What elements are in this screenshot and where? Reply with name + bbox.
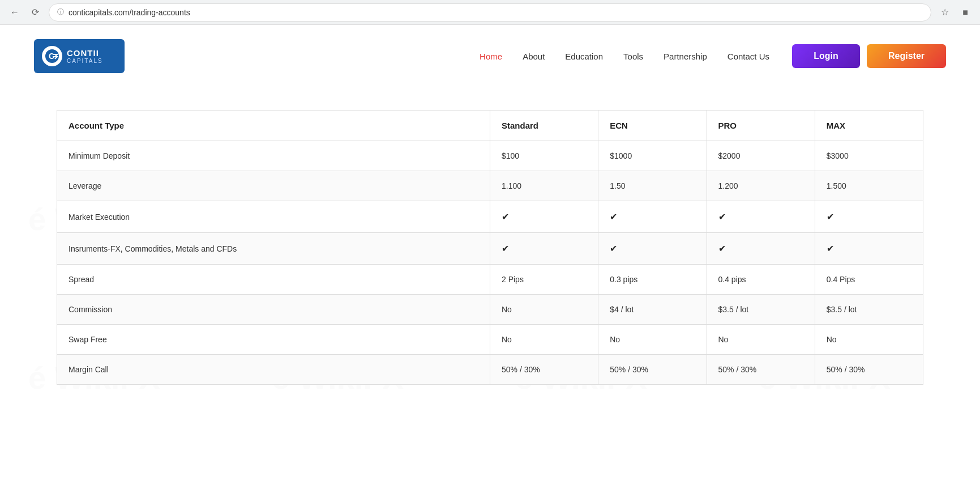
logo-text: CONTII CAPITALS [67, 48, 103, 64]
row-value: 50% / 30% [598, 355, 707, 385]
row-value: 50% / 30% [490, 355, 598, 385]
row-value: 1.100 [490, 171, 598, 201]
row-value: No [707, 325, 815, 355]
nav-item-home[interactable]: Home [480, 52, 502, 61]
row-label: Swap Free [57, 325, 490, 355]
row-value: $4 / lot [598, 295, 707, 325]
row-value: ✔ [707, 233, 815, 265]
account-table: Account Type Standard ECN PRO MAX Minimu… [57, 110, 923, 385]
col-header-standard: Standard [490, 111, 598, 141]
nav-item-tools[interactable]: Tools [623, 52, 643, 61]
logo-icon: C [42, 46, 62, 66]
table-row: CommissionNo$4 / lot$3.5 / lot$3.5 / lot [57, 295, 923, 325]
nav-item-education[interactable]: Education [565, 52, 603, 61]
col-header-account-type: Account Type [57, 111, 490, 141]
register-button[interactable]: Register [867, 44, 946, 68]
logo-brand-name: CONTII [67, 48, 103, 58]
row-label: Market Execution [57, 201, 490, 233]
col-header-pro: PRO [707, 111, 815, 141]
row-value: 2 Pips [490, 265, 598, 295]
nav-buttons: Login Register [792, 44, 946, 68]
row-value: ✔ [815, 233, 923, 265]
row-value: 1.200 [707, 171, 815, 201]
browser-chrome: ← ⟳ ⓘ conticapitals.com/trading-accounts… [0, 0, 980, 25]
back-button[interactable]: ← [7, 5, 23, 20]
logo-brand-sub: CAPITALS [67, 58, 103, 64]
row-value: ✔ [815, 201, 923, 233]
nav-link-home[interactable]: Home [480, 52, 502, 61]
row-value: $100 [490, 141, 598, 171]
logo-wrapper: C CONTII CAPITALS [34, 39, 125, 73]
bookmark-button[interactable]: ☆ [937, 5, 953, 20]
site-info-icon: ⓘ [57, 7, 64, 17]
row-value: $2000 [707, 141, 815, 171]
nav-link-contact[interactable]: Contact Us [727, 52, 769, 61]
checkmark-icon: ✔ [502, 244, 509, 253]
nav-link-tools[interactable]: Tools [623, 52, 643, 61]
row-label: Spread [57, 265, 490, 295]
row-value: 50% / 30% [707, 355, 815, 385]
address-bar[interactable]: ⓘ conticapitals.com/trading-accounts [49, 3, 931, 22]
row-value: ✔ [490, 201, 598, 233]
row-label: Margin Call [57, 355, 490, 385]
navbar: C CONTII CAPITALS Home About Education [0, 25, 980, 87]
row-value: 0.4 pips [707, 265, 815, 295]
logo[interactable]: C CONTII CAPITALS [34, 39, 125, 73]
checkmark-icon: ✔ [827, 212, 834, 222]
row-value: $3.5 / lot [815, 295, 923, 325]
table-header-row: Account Type Standard ECN PRO MAX [57, 111, 923, 141]
checkmark-icon: ✔ [718, 212, 726, 222]
row-label: Leverage [57, 171, 490, 201]
row-value: ✔ [490, 233, 598, 265]
table-row: Insruments-FX, Commodities, Metals and C… [57, 233, 923, 265]
checkmark-icon: ✔ [502, 212, 509, 222]
row-label: Minimum Deposit [57, 141, 490, 171]
table-row: Spread2 Pips0.3 pips0.4 pips0.4 Pips [57, 265, 923, 295]
main-content: Account Type Standard ECN PRO MAX Minimu… [0, 87, 980, 419]
nav-item-contact[interactable]: Contact Us [727, 52, 769, 61]
row-value: No [598, 325, 707, 355]
row-label: Insruments-FX, Commodities, Metals and C… [57, 233, 490, 265]
browser-nav-controls: ← ⟳ [7, 5, 43, 20]
checkmark-icon: ✔ [610, 212, 617, 222]
reload-button[interactable]: ⟳ [27, 5, 43, 20]
checkmark-icon: ✔ [718, 244, 726, 253]
table-row: Market Execution✔✔✔✔ [57, 201, 923, 233]
row-value: No [815, 325, 923, 355]
row-value: 1.50 [598, 171, 707, 201]
table-row: Minimum Deposit$100$1000$2000$3000 [57, 141, 923, 171]
row-value: ✔ [707, 201, 815, 233]
nav-link-partnership[interactable]: Partnership [664, 52, 707, 61]
row-value: $3.5 / lot [707, 295, 815, 325]
row-value: ✔ [598, 233, 707, 265]
row-value: 0.3 pips [598, 265, 707, 295]
table-row: Leverage1.1001.501.2001.500 [57, 171, 923, 201]
login-button[interactable]: Login [792, 44, 860, 68]
page: é WikiFX é WikiFX é WikiFX é WikiFX é Wi… [0, 25, 980, 480]
row-value: 50% / 30% [815, 355, 923, 385]
row-label: Commission [57, 295, 490, 325]
row-value: No [490, 295, 598, 325]
table-row: Swap FreeNoNoNoNo [57, 325, 923, 355]
nav-item-about[interactable]: About [523, 52, 545, 61]
nav-link-education[interactable]: Education [565, 52, 603, 61]
checkmark-icon: ✔ [827, 244, 834, 253]
row-value: 0.4 Pips [815, 265, 923, 295]
extensions-button[interactable]: ■ [957, 5, 973, 20]
browser-right-icons: ☆ ■ [937, 5, 973, 20]
row-value: $3000 [815, 141, 923, 171]
col-header-max: MAX [815, 111, 923, 141]
nav-item-partnership[interactable]: Partnership [664, 52, 707, 61]
row-value: No [490, 325, 598, 355]
url-text: conticapitals.com/trading-accounts [69, 8, 923, 17]
nav-links: Home About Education Tools Partnership C… [480, 52, 769, 61]
col-header-ecn: ECN [598, 111, 707, 141]
row-value: ✔ [598, 201, 707, 233]
checkmark-icon: ✔ [610, 244, 617, 253]
nav-link-about[interactable]: About [523, 52, 545, 61]
table-row: Margin Call50% / 30%50% / 30%50% / 30%50… [57, 355, 923, 385]
row-value: 1.500 [815, 171, 923, 201]
row-value: $1000 [598, 141, 707, 171]
